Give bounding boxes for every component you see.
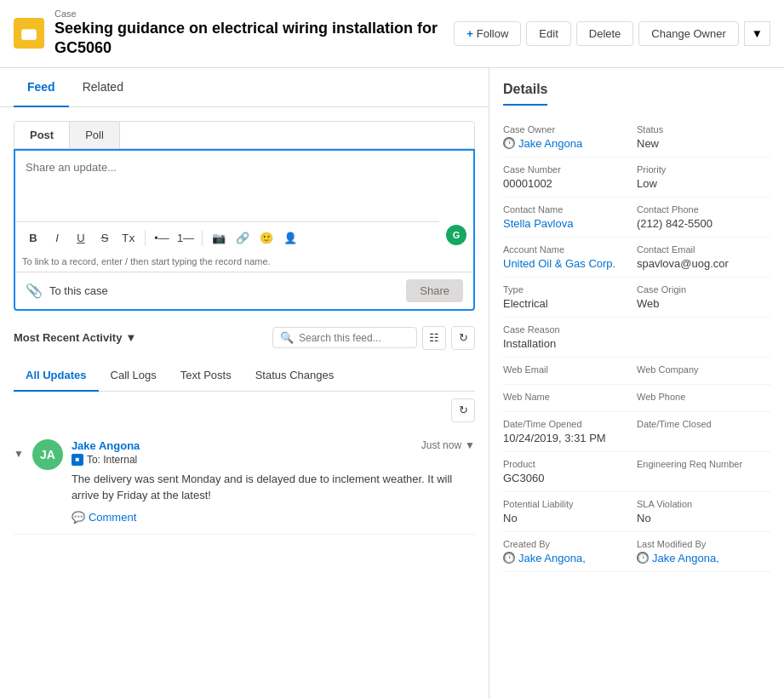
detail-field-account-name: Account NameUnited Oil & Gas Corp.✏ xyxy=(503,238,637,278)
activity-right-controls: 🔍 ☷ ↻ xyxy=(272,326,475,350)
subtab-status-changes[interactable]: Status Changes xyxy=(243,360,346,392)
main-tabs: Feed Related xyxy=(0,68,489,107)
numbered-list-button[interactable]: 1— xyxy=(175,227,197,249)
link-hint: To link to a record, enter / then start … xyxy=(15,255,473,272)
detail-value[interactable]: 🕐Jake Angona✏ xyxy=(503,137,637,150)
detail-value: GC3060✏ xyxy=(503,472,637,484)
detail-label: Web Name xyxy=(503,392,637,402)
feed-to-label: To: Internal xyxy=(87,454,137,466)
activity-filter-chevron: ▼ xyxy=(125,331,136,344)
feed-item-dropdown[interactable]: ▼ xyxy=(465,439,475,451)
detail-field-engineering-req-number: Engineering Req Number xyxy=(637,452,770,492)
subtab-call-logs[interactable]: Call Logs xyxy=(99,360,169,392)
detail-field-last-modified-by: Last Modified By🕐Jake Angona,✏ xyxy=(637,532,770,572)
mention-button[interactable]: 👤 xyxy=(279,227,301,249)
emoji-button[interactable]: 🙂 xyxy=(255,227,278,249)
detail-label: SLA Violation xyxy=(637,499,770,509)
post-poll-tabs: Post Poll xyxy=(14,121,475,149)
detail-value-text: Jake Angona xyxy=(518,137,582,150)
feed-refresh: ↻ xyxy=(14,392,475,429)
right-panel: Details Case Owner🕐Jake Angona✏StatusNew… xyxy=(489,68,784,699)
search-feed-input[interactable] xyxy=(299,332,409,344)
header-title-block: Case Seeking guidance on electrical wiri… xyxy=(54,9,444,59)
detail-label: Account Name xyxy=(503,244,637,255)
detail-field-case-owner: Case Owner🕐Jake Angona✏ xyxy=(503,117,637,158)
detail-value: 10/24/2019, 3:31 PM✏ xyxy=(503,432,637,444)
tab-post[interactable]: Post xyxy=(14,122,70,148)
detail-label: Web Email xyxy=(503,364,637,375)
page-title: Seeking guidance on electrical wiring in… xyxy=(54,19,444,59)
strikethrough-button[interactable]: S xyxy=(94,227,116,249)
page-header: Case Seeking guidance on electrical wiri… xyxy=(0,0,784,68)
follow-button[interactable]: + Follow xyxy=(454,21,521,46)
link-button[interactable]: 🔗 xyxy=(232,227,254,249)
detail-field-sla-violation: SLA ViolationNo✏ xyxy=(637,492,770,532)
detail-value[interactable]: 🕐Jake Angona,✏ xyxy=(503,552,637,564)
detail-field-created-by: Created By🕐Jake Angona,✏ xyxy=(503,532,637,572)
follow-label: Follow xyxy=(477,27,509,40)
detail-label: Last Modified By xyxy=(637,539,770,549)
subtab-all-updates[interactable]: All Updates xyxy=(14,360,99,392)
feed-time-text: Just now xyxy=(421,439,461,451)
underline-button[interactable]: U xyxy=(70,227,92,249)
detail-field-potential-liability: Potential LiabilityNo✏ xyxy=(503,492,637,532)
details-grid: Case Owner🕐Jake Angona✏StatusNew✏Case Nu… xyxy=(503,117,770,572)
attach-icon[interactable]: 📎 xyxy=(26,283,43,299)
post-textarea[interactable] xyxy=(15,151,473,219)
delete-button[interactable]: Delete xyxy=(576,21,634,46)
detail-value-text: Jake Angona, xyxy=(652,552,719,564)
activity-filter-label: Most Recent Activity xyxy=(14,331,122,344)
details-title: Details xyxy=(503,82,547,106)
tab-feed[interactable]: Feed xyxy=(14,68,69,107)
left-panel: Feed Related Post Poll G B I U S xyxy=(0,68,489,699)
detail-field-product: ProductGC3060✏ xyxy=(503,452,637,492)
detail-label: Priority xyxy=(637,164,770,175)
feed-collapse-button[interactable]: ▼ xyxy=(14,439,24,524)
refresh-icon-button[interactable]: ↻ xyxy=(451,326,475,350)
feed-area: Post Poll G B I U S Tx •— 1— xyxy=(0,107,489,699)
feed-body: The delivery was sent Monday and is dela… xyxy=(72,471,475,504)
comment-button[interactable]: 💬 Comment xyxy=(72,511,475,524)
grammarly-icon: G xyxy=(446,225,466,245)
search-feed-container: 🔍 xyxy=(272,327,417,348)
detail-field-datetime-opened: Date/Time Opened10/24/2019, 3:31 PM✏ xyxy=(503,412,637,452)
actions-dropdown-button[interactable]: ▼ xyxy=(744,21,770,46)
plus-icon: + xyxy=(466,27,473,40)
feed-item-content: Jake Angona Just now ▼ ■ To: Internal Th… xyxy=(72,439,475,524)
edit-button[interactable]: Edit xyxy=(526,21,570,46)
bold-button[interactable]: B xyxy=(22,227,44,249)
detail-label: Date/Time Opened xyxy=(503,419,637,429)
share-button[interactable]: Share xyxy=(406,279,463,302)
toolbar-divider-1 xyxy=(145,231,146,246)
detail-field-web-email: Web Email xyxy=(503,358,637,385)
code-button[interactable]: Tx xyxy=(117,227,140,249)
change-owner-button[interactable]: Change Owner xyxy=(638,21,738,46)
feed-author[interactable]: Jake Angona xyxy=(72,439,140,452)
feed-refresh-button[interactable]: ↻ xyxy=(451,398,475,422)
activity-filter-dropdown[interactable]: Most Recent Activity ▼ xyxy=(14,331,136,344)
tab-poll[interactable]: Poll xyxy=(70,122,120,148)
detail-value-text: Jake Angona, xyxy=(518,552,586,564)
activity-bar: Most Recent Activity ▼ 🔍 ☷ ↻ xyxy=(14,318,475,353)
subtab-text-posts[interactable]: Text Posts xyxy=(169,360,243,392)
detail-value[interactable]: Stella Pavlova✏ xyxy=(503,217,637,230)
detail-value[interactable]: United Oil & Gas Corp.✏ xyxy=(503,257,637,270)
detail-label: Potential Liability xyxy=(503,499,637,509)
detail-value: Installation✏ xyxy=(503,337,637,350)
detail-value[interactable]: 🕐Jake Angona,✏ xyxy=(637,552,770,564)
detail-label: Web Company xyxy=(637,364,770,375)
tab-related[interactable]: Related xyxy=(69,68,137,107)
filter-icon-button[interactable]: ☷ xyxy=(422,326,446,350)
image-button[interactable]: 📷 xyxy=(208,227,230,249)
detail-field-contact-phone: Contact Phone(212) 842-5500✏ xyxy=(637,198,770,238)
detail-field-case-origin: Case OriginWeb✏ xyxy=(637,278,770,318)
detail-label: Date/Time Closed xyxy=(637,419,770,429)
detail-label: Created By xyxy=(503,539,637,549)
detail-field-web-phone: Web Phone xyxy=(637,385,770,412)
bullet-list-button[interactable]: •— xyxy=(151,227,173,249)
detail-field-datetime-closed: Date/Time Closed xyxy=(637,412,770,452)
avatar: JA xyxy=(32,439,63,470)
italic-button[interactable]: I xyxy=(46,227,68,249)
detail-label: Case Number xyxy=(503,164,637,175)
detail-label: Contact Name xyxy=(503,204,637,215)
